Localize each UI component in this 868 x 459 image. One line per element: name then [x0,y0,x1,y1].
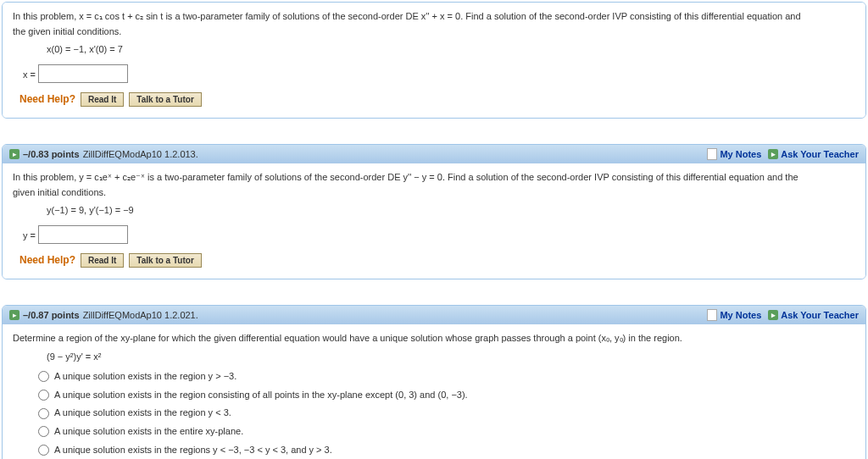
need-help-label: Need Help? [19,252,75,268]
answer-row: x = [23,64,855,83]
problem-text: Determine a region of the xy-plane for w… [13,331,855,346]
ask-teacher-label: Ask Your Teacher [781,149,859,159]
talk-to-tutor-button[interactable]: Talk to a Tutor [129,92,201,107]
answer-input[interactable] [38,225,128,244]
question-3-card: ▸ –/0.87 points ZillDiffEQModAp10 1.2.02… [2,305,866,459]
header-right: My Notes ▸ Ask Your Teacher [707,309,859,321]
source-label: ZillDiffEQModAp10 1.2.013. [83,149,198,159]
header-left: ▸ –/0.87 points ZillDiffEQModAp10 1.2.02… [9,310,198,320]
points-label: –/0.83 points [23,149,80,159]
header-right: My Notes ▸ Ask Your Teacher [707,148,859,160]
ask-teacher-label: Ask Your Teacher [781,310,859,320]
problem-text-line1: In this problem, y = c₁eˣ + c₂e⁻ˣ is a t… [13,170,855,185]
initial-conditions: x(0) = −1, x'(0) = 7 [47,42,855,58]
points-label: –/0.87 points [23,310,80,320]
question-header: ▸ –/0.83 points ZillDiffEQModAp10 1.2.01… [3,145,865,163]
equation: (9 − y²)y' = x² [47,350,855,365]
initial-conditions: y(−1) = 9, y'(−1) = −9 [47,203,855,218]
my-notes-label: My Notes [720,149,761,159]
my-notes-link[interactable]: My Notes [707,148,761,160]
need-help-label: Need Help? [19,91,75,108]
read-it-button[interactable]: Read It [81,92,124,107]
option-row[interactable]: A unique solution exists in the region y… [38,406,855,421]
radio-option-3[interactable] [38,408,49,419]
question-body: In this problem, y = c₁eˣ + c₂e⁻ˣ is a t… [3,163,865,279]
need-help-row: Need Help? Read It Talk to a Tutor [19,252,855,268]
option-label: A unique solution exists in the entire x… [54,424,243,440]
radio-option-4[interactable] [38,426,49,437]
ask-arrow-icon: ▸ [768,149,778,159]
ask-arrow-icon: ▸ [768,310,778,320]
expand-icon[interactable]: ▸ [9,149,19,159]
answer-var-label: x = [23,69,36,79]
answer-input[interactable] [38,64,128,83]
option-label: A unique solution exists in the regions … [54,443,332,458]
source-label: ZillDiffEQModAp10 1.2.021. [83,310,198,320]
option-row[interactable]: A unique solution exists in the regions … [38,443,855,458]
problem-text-line1: In this problem, x = c₁ cos t + c₂ sin t… [13,9,855,25]
option-label: A unique solution exists in the region y… [54,406,231,421]
answer-row: y = [23,225,855,244]
answer-var-label: y = [23,230,36,240]
radio-option-1[interactable] [38,371,49,382]
my-notes-link[interactable]: My Notes [707,309,761,321]
option-row[interactable]: A unique solution exists in the entire x… [38,424,855,440]
notes-icon [707,148,717,160]
option-label: A unique solution exists in the region c… [54,388,468,403]
problem-text-line2: given initial conditions. [13,185,855,201]
read-it-button[interactable]: Read It [81,253,124,268]
need-help-row: Need Help? Read It Talk to a Tutor [19,91,855,108]
option-row[interactable]: A unique solution exists in the region y… [38,369,855,384]
talk-to-tutor-button[interactable]: Talk to a Tutor [129,253,201,268]
problem-text-line2: the given initial conditions. [13,25,855,40]
question-body: Determine a region of the xy-plane for w… [3,324,865,459]
ask-teacher-link[interactable]: ▸ Ask Your Teacher [768,310,859,320]
question-body: In this problem, x = c₁ cos t + c₂ sin t… [3,3,865,118]
ask-teacher-link[interactable]: ▸ Ask Your Teacher [768,149,859,159]
my-notes-label: My Notes [720,310,761,320]
option-row[interactable]: A unique solution exists in the region c… [38,388,855,403]
question-header: ▸ –/0.87 points ZillDiffEQModAp10 1.2.02… [3,306,865,324]
radio-option-2[interactable] [38,390,49,401]
question-2-card: ▸ –/0.83 points ZillDiffEQModAp10 1.2.01… [2,144,866,279]
expand-icon[interactable]: ▸ [9,310,19,320]
question-1-card: In this problem, x = c₁ cos t + c₂ sin t… [2,2,866,119]
header-left: ▸ –/0.83 points ZillDiffEQModAp10 1.2.01… [9,149,198,159]
radio-option-5[interactable] [38,445,49,456]
notes-icon [707,309,717,321]
option-label: A unique solution exists in the region y… [54,369,236,384]
